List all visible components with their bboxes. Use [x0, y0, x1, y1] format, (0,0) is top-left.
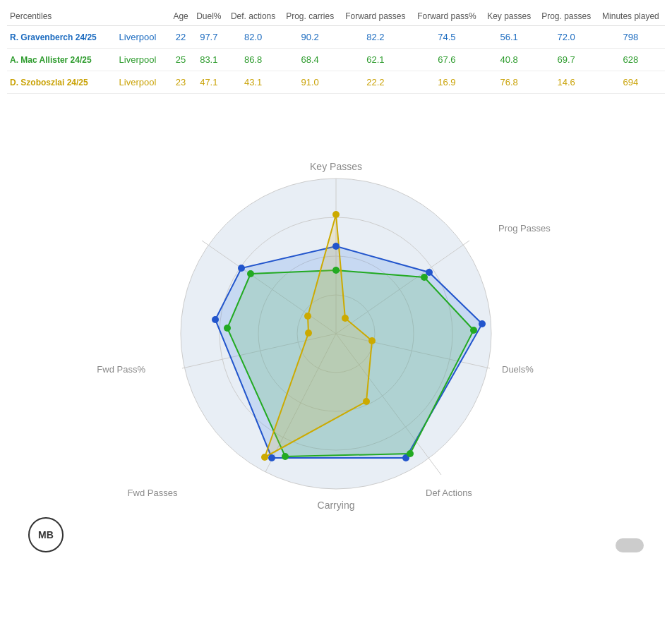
svg-point-24	[247, 270, 254, 277]
col-header-key-passes: Key passes	[482, 7, 536, 26]
col-header-team	[106, 7, 169, 26]
svg-point-20	[470, 327, 477, 334]
col-header-age: Age	[169, 7, 192, 26]
svg-point-31	[304, 313, 311, 320]
player-fwd-pass-pct-1: 74.5	[412, 26, 482, 49]
player-fwd-pass-pct-2: 67.6	[412, 49, 482, 71]
label-carrying: Carrying	[318, 500, 355, 511]
player-fwd-passes-3: 22.2	[340, 71, 412, 94]
player-team-3: Liverpool	[106, 71, 169, 94]
svg-point-29	[261, 454, 268, 461]
label-fwd-passes: Fwd Passes	[128, 488, 178, 498]
col-header-minutes: Minutes played	[596, 7, 665, 26]
player-def-2: 86.8	[226, 49, 281, 71]
player-duel-1: 97.7	[192, 26, 225, 49]
col-header-duel: Duel%	[192, 7, 225, 26]
main-container: Percentiles Age Duel% Def. actions Prog.…	[0, 0, 672, 567]
table-row: R. Gravenberch 24/25 Liverpool 22 97.7 8…	[7, 26, 665, 49]
toggle-switch[interactable]	[616, 538, 644, 552]
svg-point-22	[282, 453, 289, 460]
col-header-fwd-pass-pct: Forward pass%	[412, 7, 482, 26]
col-header-prog-carries: Prog. carries	[281, 7, 340, 26]
mb-logo: MB	[28, 517, 64, 552]
table-row: A. Mac Allister 24/25 Liverpool 25 83.1 …	[7, 49, 665, 71]
svg-point-19	[421, 274, 428, 281]
radar-container: Key Passes Prog Passes Duels% Def Action…	[7, 108, 665, 560]
player-fwd-passes-1: 82.2	[340, 26, 412, 49]
player-minutes-3: 694	[596, 71, 665, 94]
radar-chart: Key Passes Prog Passes Duels% Def Action…	[89, 122, 583, 545]
label-key-passes: Key Passes	[310, 161, 362, 172]
player-age-3: 23	[169, 71, 192, 94]
table-row: D. Szoboszlai 24/25 Liverpool 23 47.1 43…	[7, 71, 665, 94]
toggle-container[interactable]	[616, 538, 644, 552]
player-prog-passes-3: 14.6	[536, 71, 596, 94]
player-prog-passes-2: 69.7	[536, 49, 596, 71]
svg-point-21	[407, 450, 414, 457]
player-age-2: 25	[169, 49, 192, 71]
svg-point-11	[332, 243, 340, 250]
col-header-prog-passes: Prog. passes	[536, 7, 596, 26]
player-duel-2: 83.1	[192, 49, 225, 71]
player-prog-carries-2: 68.4	[281, 49, 340, 71]
svg-point-13	[479, 320, 486, 327]
player-key-passes-3: 76.8	[482, 71, 536, 94]
player-name-1: R. Gravenberch 24/25	[7, 26, 106, 49]
svg-point-18	[332, 267, 340, 274]
player-minutes-1: 798	[596, 26, 665, 49]
col-header-percentiles: Percentiles	[7, 7, 106, 26]
label-def-actions: Def Actions	[426, 488, 472, 498]
player-team-2: Liverpool	[106, 49, 169, 71]
player-team-1: Liverpool	[106, 26, 169, 49]
player-name-2: A. Mac Allister 24/25	[7, 49, 106, 71]
svg-point-30	[305, 329, 312, 337]
label-prog-passes: Prog Passes	[498, 223, 551, 234]
logo-container: MB	[28, 517, 64, 552]
player-prog-carries-3: 91.0	[281, 71, 340, 94]
player-duel-3: 47.1	[192, 71, 225, 94]
player-age-1: 22	[169, 26, 192, 49]
svg-point-26	[342, 315, 349, 322]
player-key-passes-2: 40.8	[482, 49, 536, 71]
svg-point-27	[368, 337, 376, 344]
stats-table: Percentiles Age Duel% Def. actions Prog.…	[7, 7, 665, 94]
player-fwd-pass-pct-3: 16.9	[412, 71, 482, 94]
label-duels: Duels%	[502, 364, 534, 375]
player-minutes-2: 628	[596, 49, 665, 71]
player-def-3: 43.1	[226, 71, 281, 94]
svg-point-23	[224, 325, 231, 332]
col-header-def: Def. actions	[226, 7, 281, 26]
svg-point-28	[363, 398, 370, 405]
col-header-fwd-passes: Forward passes	[340, 7, 412, 26]
svg-point-17	[238, 265, 245, 272]
svg-point-15	[268, 454, 275, 461]
svg-point-25	[332, 211, 340, 218]
player-name-3: D. Szoboszlai 24/25	[7, 71, 106, 94]
player-key-passes-1: 56.1	[482, 26, 536, 49]
player-prog-carries-1: 90.2	[281, 26, 340, 49]
svg-point-16	[212, 316, 219, 323]
player-def-1: 82.0	[226, 26, 281, 49]
player-prog-passes-1: 72.0	[536, 26, 596, 49]
player-fwd-passes-2: 62.1	[340, 49, 412, 71]
label-fwd-pass-pct: Fwd Pass%	[97, 364, 145, 375]
